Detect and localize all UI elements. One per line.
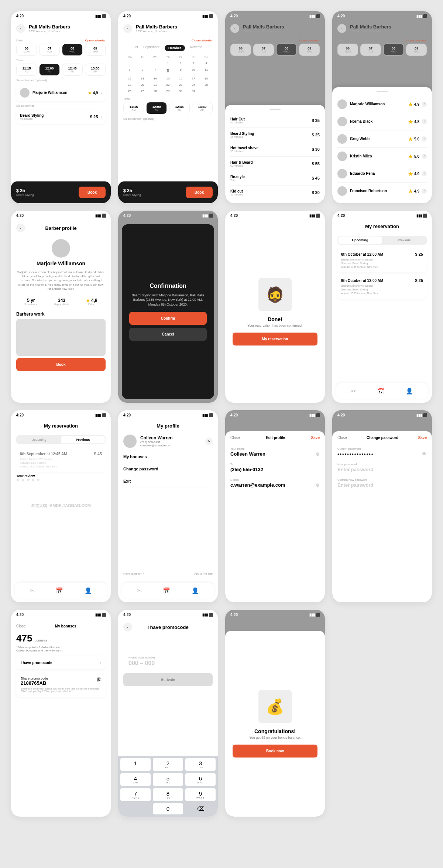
service-row[interactable]: Re-styleTime$ 45: [230, 171, 320, 185]
reservation-card[interactable]: 8th October at 12:00 AMBarber: Marjorie …: [337, 248, 427, 272]
date-pill[interactable]: 09THU: [85, 44, 106, 56]
barber-row[interactable]: Marjorie Williamson★4,9i: [337, 96, 427, 113]
promo-code-input[interactable]: Promo code number000 – 000: [123, 653, 213, 670]
email-field[interactable]: E-mailc.warren@example.com⊗: [225, 475, 325, 491]
clear-icon[interactable]: ⊗: [316, 482, 320, 488]
info-icon[interactable]: i: [422, 102, 427, 107]
tab-calendar-icon[interactable]: 📅: [56, 587, 63, 594]
barber-row[interactable]: Norma Black★4,8i: [337, 113, 427, 130]
services-bottom-sheet[interactable]: Hair Cut45 minutes$ 35Beard Styling45 mi…: [225, 105, 325, 203]
keypad-key[interactable]: 4GHI: [120, 773, 151, 786]
info-icon[interactable]: i: [422, 154, 427, 159]
back-button[interactable]: ‹: [123, 24, 132, 33]
reservation-card[interactable]: 9th October at 12:00 AMBarber: Marjorie …: [337, 275, 427, 299]
tab-scissors-icon[interactable]: ✂: [137, 587, 142, 594]
back-button[interactable]: ‹: [230, 24, 239, 33]
service-selector[interactable]: Beard Styling45 minutes $ 25 ›: [16, 110, 106, 124]
close-button[interactable]: Close: [230, 436, 240, 440]
new-password-field[interactable]: New passwordEnter password: [332, 460, 432, 475]
time-pill[interactable]: 13:30AM: [192, 102, 213, 114]
service-row[interactable]: Beard Styling45 minutes$ 25: [230, 128, 320, 142]
barber-row[interactable]: Eduardo Pena★4,9i: [337, 165, 427, 183]
book-button[interactable]: Book: [16, 358, 106, 371]
service-row[interactable]: Kid cut30 minutes$ 30: [230, 185, 320, 200]
back-button[interactable]: ‹: [337, 24, 346, 33]
save-button[interactable]: Save: [418, 436, 427, 440]
reservation-card-past[interactable]: 8th September at 12:45 AMBarber: Marjori…: [16, 448, 106, 472]
month-selector[interactable]: ustSeptemberOctoberNovemb: [123, 44, 213, 52]
keypad-key[interactable]: 3DEF: [185, 758, 216, 771]
service-row[interactable]: Hair & Beard60 minutes$ 55: [230, 157, 320, 171]
segment-control[interactable]: UpcomingPrevious: [16, 435, 106, 444]
time-pill[interactable]: 12:45AM: [62, 64, 83, 76]
time-pill-active[interactable]: 12:00AM: [146, 102, 167, 114]
close-button[interactable]: Close: [337, 436, 347, 440]
tab-calendar-icon[interactable]: 📅: [163, 587, 170, 594]
tab-calendar-icon[interactable]: 📅: [377, 388, 384, 395]
menu-bonuses[interactable]: My bonuses: [123, 451, 213, 463]
info-icon[interactable]: i: [422, 136, 427, 142]
barber-row[interactable]: Kristin Miles★5,0i: [337, 148, 427, 165]
keypad-key[interactable]: 8TUV: [153, 788, 183, 801]
time-pill[interactable]: 11:15AM: [16, 64, 37, 76]
sheet-handle[interactable]: [269, 109, 281, 110]
current-password-field[interactable]: Current password•••••••••••••••👁: [332, 444, 432, 460]
segment-control[interactable]: UpcomingPrevious: [337, 236, 427, 245]
sheet-handle[interactable]: [377, 91, 388, 92]
save-button[interactable]: Save: [311, 436, 320, 440]
date-pill-active[interactable]: 08WED: [62, 44, 83, 56]
tab-scissors-icon[interactable]: ✂: [351, 388, 356, 395]
cancel-button[interactable]: Cancel: [129, 328, 207, 341]
tab-scissors-icon[interactable]: ✂: [30, 587, 35, 594]
menu-exit[interactable]: Exit: [123, 475, 213, 487]
name-field[interactable]: Your nameColleen Warren⊗: [225, 444, 325, 460]
copy-icon[interactable]: ⎘: [97, 677, 101, 686]
edit-button[interactable]: ✎: [205, 438, 213, 445]
tab-profile-icon[interactable]: 👤: [85, 587, 92, 594]
time-pill[interactable]: 13:30AM: [85, 64, 106, 76]
book-now-button[interactable]: Book now: [233, 745, 317, 758]
barber-row[interactable]: Greg Webb★5,0i: [337, 130, 427, 148]
book-button[interactable]: Book: [186, 187, 213, 198]
close-button[interactable]: Close: [16, 624, 26, 628]
tab-profile-icon[interactable]: 👤: [406, 388, 413, 395]
activate-button[interactable]: Activate: [123, 673, 213, 686]
back-button[interactable]: ‹: [123, 623, 132, 632]
keypad-key[interactable]: 0: [153, 803, 183, 814]
promocode-row[interactable]: I have promocode›: [16, 656, 106, 669]
have-question-link[interactable]: Have question?: [123, 572, 144, 575]
back-button[interactable]: ‹: [16, 24, 25, 33]
keypad-key[interactable]: ⌫: [185, 803, 216, 814]
date-pill[interactable]: 07TUE: [39, 44, 60, 56]
barber-row[interactable]: Francisco Robertson★4,9i: [337, 183, 427, 200]
confirm-button[interactable]: Confirm: [129, 312, 207, 325]
book-button[interactable]: Book: [79, 187, 106, 198]
keypad-key[interactable]: 5JKL: [153, 773, 183, 786]
calendar[interactable]: MoTuWeThFrSaSu 1234 567891011 1213141516…: [123, 55, 213, 94]
keypad-key[interactable]: 9WXYZ: [185, 788, 216, 801]
tab-profile-icon[interactable]: 👤: [192, 587, 199, 594]
menu-change-password[interactable]: Change password: [123, 463, 213, 475]
date-pill[interactable]: 06MON: [16, 44, 37, 56]
clear-icon[interactable]: ⊗: [316, 451, 320, 457]
info-icon[interactable]: i: [422, 171, 427, 176]
info-icon[interactable]: i: [422, 188, 427, 194]
time-pill[interactable]: 11:15AM: [123, 102, 144, 114]
keypad-key[interactable]: 7PQRS: [120, 788, 151, 801]
barber-selector[interactable]: Marjorie Williamson ★4,9›: [16, 84, 106, 101]
service-row[interactable]: Hair Cut45 minutes$ 35: [230, 113, 320, 128]
eye-icon[interactable]: 👁: [422, 451, 427, 457]
keypad-key[interactable]: 2ABC: [153, 758, 183, 771]
info-icon[interactable]: i: [422, 119, 427, 124]
time-pill-active[interactable]: 12:00AM: [39, 64, 60, 76]
open-calendar-link[interactable]: Open calendar: [85, 39, 106, 42]
review-stars[interactable]: ★ ★ ★ ★ ★: [16, 478, 106, 482]
keypad-key[interactable]: [120, 803, 151, 814]
back-button[interactable]: ‹: [16, 224, 25, 232]
keypad-key[interactable]: 6MNO: [185, 773, 216, 786]
service-row[interactable]: Hot towel shave30 minutes$ 30: [230, 142, 320, 157]
tel-field[interactable]: Tel(255) 555-0132: [225, 460, 325, 475]
confirm-password-field[interactable]: Confirm new passwordEnter password: [332, 475, 432, 491]
my-reservation-button[interactable]: My reservation: [233, 333, 317, 346]
keypad-key[interactable]: 1: [120, 758, 151, 771]
